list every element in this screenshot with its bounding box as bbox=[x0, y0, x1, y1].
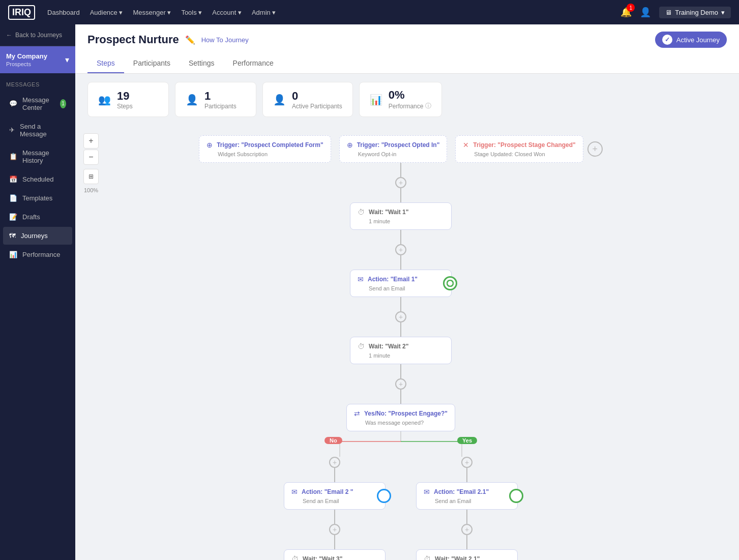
trigger-node-3[interactable]: ✕ Trigger: "Prospect Stage Changed" Stag… bbox=[455, 135, 583, 163]
tabs: Steps Participants Settings Performance bbox=[87, 54, 727, 73]
nav-admin[interactable]: Admin ▾ bbox=[252, 9, 276, 16]
wait2-icon: ⏱ bbox=[358, 342, 365, 350]
stat-active-participants: 👤 0 Active Participants bbox=[262, 82, 353, 117]
connector-plus-1[interactable]: + bbox=[395, 177, 406, 188]
yesno-node[interactable]: ⇄ Yes/No: "Prospect Engage?" Was message… bbox=[346, 404, 455, 431]
active-journey-label: Active Journey bbox=[676, 36, 720, 44]
branch-columns: + ✉ Action: "Email 2 " Send an Email bbox=[284, 457, 518, 560]
branch-yes-v3 bbox=[466, 535, 467, 549]
branch-no-plus2[interactable]: + bbox=[329, 524, 340, 535]
email1-status bbox=[443, 276, 457, 290]
wait2-node[interactable]: ⏱ Wait: "Wait 2" 1 minute bbox=[350, 337, 452, 364]
demo-button[interactable]: 🖥 Training Demo ▾ bbox=[659, 7, 731, 18]
branch-no-label: No bbox=[324, 435, 342, 445]
tab-steps[interactable]: Steps bbox=[87, 54, 124, 73]
tab-participants[interactable]: Participants bbox=[124, 54, 180, 73]
nav-account[interactable]: Account ▾ bbox=[212, 9, 242, 16]
wait1-icon: ⏱ bbox=[358, 208, 365, 216]
email1-node[interactable]: ✉ Action: "Email 1" Send an Email bbox=[350, 270, 452, 297]
nav-links: Dashboard Audience ▾ Messenger ▾ Tools ▾… bbox=[47, 9, 620, 16]
performance-value: 0% bbox=[389, 89, 432, 102]
zoom-controls: + − ⊞ 100% bbox=[83, 133, 99, 193]
journey-canvas[interactable]: + − ⊞ 100% ⊕ Trigger: " bbox=[75, 125, 739, 560]
connector-v-5 bbox=[400, 297, 401, 311]
back-label: Back to Journeys bbox=[15, 32, 62, 39]
connector-plus-2[interactable]: + bbox=[395, 244, 406, 255]
add-trigger-button[interactable]: + bbox=[587, 141, 603, 157]
performance-info-icon[interactable]: ⓘ bbox=[425, 102, 431, 110]
company-sub: Prospects bbox=[6, 61, 47, 67]
notification-button[interactable]: 🔔 1 bbox=[620, 7, 632, 18]
trigger3-sub: Stage Updated: Closed Won bbox=[474, 151, 575, 157]
user-button[interactable]: 👤 bbox=[640, 7, 651, 18]
sidebar-label-journeys: Journeys bbox=[21, 232, 48, 240]
page-title-row: Prospect Nurture ✏️ How To Journey ✓ Act… bbox=[87, 32, 727, 48]
branch-no: + ✉ Action: "Email 2 " Send an Email bbox=[284, 457, 386, 560]
email2-1-icon: ✉ bbox=[424, 488, 430, 496]
top-nav: IRIQ Dashboard Audience ▾ Messenger ▾ To… bbox=[0, 0, 739, 24]
message-center-icon: 💬 bbox=[9, 100, 17, 107]
sidebar-item-drafts[interactable]: 📝 Drafts bbox=[3, 208, 72, 226]
wait1-title: Wait: "Wait 1" bbox=[369, 209, 409, 216]
how-journey-link[interactable]: How To Journey bbox=[201, 36, 249, 44]
nav-dashboard[interactable]: Dashboard bbox=[47, 9, 80, 16]
trigger-node-1[interactable]: ⊕ Trigger: "Prospect Completed Form" Wid… bbox=[199, 135, 331, 163]
demo-chevron: ▾ bbox=[721, 9, 725, 16]
wait1-node[interactable]: ⏱ Wait: "Wait 1" 1 minute bbox=[350, 202, 452, 230]
sidebar-item-message-center[interactable]: 💬 Message Center 1 bbox=[3, 91, 72, 116]
sidebar-item-scheduled[interactable]: 📅 Scheduled bbox=[3, 170, 72, 188]
nav-right: 🔔 1 👤 🖥 Training Demo ▾ bbox=[620, 7, 731, 18]
messages-section-title: Messages bbox=[0, 73, 75, 91]
company-chevron-icon: ▾ bbox=[65, 55, 69, 65]
scheduled-icon: 📅 bbox=[9, 175, 17, 183]
canvas-inner: + − ⊞ 100% ⊕ Trigger: " bbox=[75, 125, 686, 560]
email2-status bbox=[377, 489, 391, 503]
connector-plus-3[interactable]: + bbox=[395, 311, 406, 322]
wait2-1-title: Wait: "Wait 2.1" bbox=[435, 555, 480, 560]
branch-yes-plus[interactable]: + bbox=[461, 457, 472, 468]
page-title: Prospect Nurture bbox=[87, 33, 179, 46]
zoom-out-button[interactable]: − bbox=[83, 150, 99, 165]
trigger-node-2[interactable]: ⊕ Trigger: "Prospect Opted In" Keyword O… bbox=[339, 135, 448, 163]
wait3-title: Wait: "Wait 3" bbox=[303, 555, 343, 560]
page-title-left: Prospect Nurture ✏️ How To Journey bbox=[87, 33, 249, 46]
company-selector[interactable]: My Company Prospects ▾ bbox=[0, 46, 75, 73]
zoom-in-button[interactable]: + bbox=[83, 133, 99, 149]
email2-node[interactable]: ✉ Action: "Email 2 " Send an Email bbox=[284, 482, 386, 510]
edit-icon[interactable]: ✏️ bbox=[185, 35, 195, 45]
yesno-icon: ⇄ bbox=[354, 409, 360, 418]
tab-settings[interactable]: Settings bbox=[180, 54, 224, 73]
sidebar-item-send-message[interactable]: ✈ Send a Message bbox=[3, 117, 72, 143]
sidebar-item-performance[interactable]: 📊 Performance bbox=[3, 246, 72, 263]
app-logo: IRIQ bbox=[8, 5, 35, 20]
trigger3-title: Trigger: "Prospect Stage Changed" bbox=[473, 141, 575, 149]
yesno-sub: Was message opened? bbox=[365, 420, 448, 426]
performance-label: Performance ⓘ bbox=[389, 102, 432, 110]
back-to-journeys[interactable]: ← Back to Journeys bbox=[0, 24, 75, 46]
branch-yes-plus2[interactable]: + bbox=[461, 524, 472, 535]
nav-audience[interactable]: Audience ▾ bbox=[90, 9, 123, 16]
wait3-node[interactable]: ⏱ Wait: "Wait 3" 10 days bbox=[284, 549, 386, 560]
sidebar-item-templates[interactable]: 📄 Templates bbox=[3, 189, 72, 207]
demo-label: Training Demo bbox=[675, 9, 718, 16]
email2-1-node[interactable]: ✉ Action: "Email 2.1" Send an Email bbox=[416, 482, 518, 510]
tab-performance[interactable]: Performance bbox=[224, 54, 283, 73]
active-participants-value: 0 bbox=[292, 90, 342, 103]
trigger2-icon: ⊕ bbox=[347, 141, 353, 149]
email1-sub: Send an Email bbox=[369, 285, 444, 291]
back-arrow-icon: ← bbox=[6, 32, 12, 39]
sidebar-item-message-history[interactable]: 📋 Message History bbox=[3, 144, 72, 169]
branch-no-plus[interactable]: + bbox=[329, 457, 340, 468]
sidebar-item-journeys[interactable]: 🗺 Journeys bbox=[3, 227, 72, 245]
yesno-title: Yes/No: "Prospect Engage?" bbox=[364, 410, 448, 417]
send-message-icon: ✈ bbox=[9, 126, 15, 134]
email2-1-sub: Send an Email bbox=[435, 498, 510, 504]
zoom-grid-button[interactable]: ⊞ bbox=[83, 169, 99, 184]
wait2-1-node[interactable]: ⏱ Wait: "Wait 2.1" 10 days bbox=[416, 549, 518, 560]
branch-lines: No Yes bbox=[299, 431, 502, 457]
nav-messenger[interactable]: Messenger ▾ bbox=[133, 9, 171, 16]
content-area: Prospect Nurture ✏️ How To Journey ✓ Act… bbox=[75, 24, 739, 560]
nav-tools[interactable]: Tools ▾ bbox=[181, 9, 202, 16]
active-journey-toggle[interactable]: ✓ Active Journey bbox=[655, 32, 727, 48]
connector-plus-4[interactable]: + bbox=[395, 378, 406, 390]
